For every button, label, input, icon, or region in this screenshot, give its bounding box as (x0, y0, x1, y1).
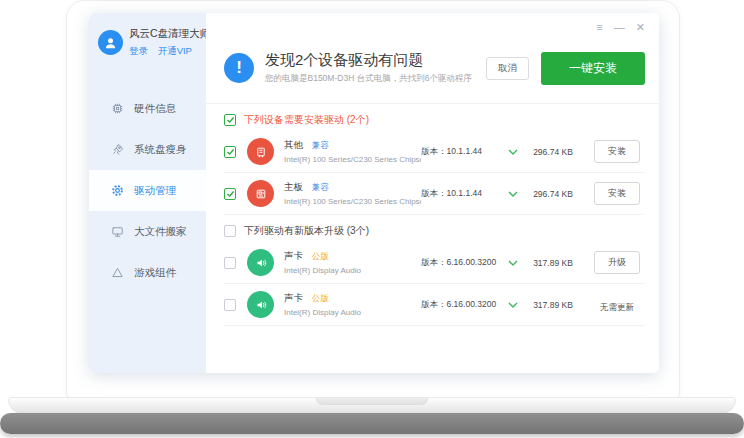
no-update-label: 无需更新 (600, 302, 634, 312)
game-icon (110, 265, 125, 280)
row-checkbox[interactable] (224, 257, 236, 269)
laptop-bottom-edge (0, 413, 744, 434)
window-controls: ≡ — ✕ (596, 22, 645, 33)
upgrade-button[interactable]: 升级 (594, 251, 640, 274)
check-icon (226, 148, 235, 156)
section-title: 下列驱动有新版本升级 (3个) (244, 224, 369, 238)
section-title: 下列设备需要安装驱动 (2个) (244, 113, 369, 127)
person-icon (103, 35, 118, 50)
chip-icon (110, 101, 125, 116)
rocket-icon (110, 142, 125, 157)
chevron-down-icon[interactable] (508, 302, 518, 308)
public-version-tag: 公版 (312, 251, 329, 261)
row-checkbox[interactable] (224, 188, 236, 200)
driver-size: 296.74 KB (527, 189, 579, 199)
sidebar-item-label: 硬件信息 (134, 102, 176, 116)
divider (206, 103, 659, 104)
driver-row-motherboard: 主板 兼容 Intel(R) 100 Series/C230 Series Ch… (224, 173, 645, 215)
driver-version: 版本：10.1.1.44 (421, 146, 501, 158)
app-window: 风云C盘清理大师 登录 开通VIP 硬件信息 (89, 13, 659, 373)
driver-row-audio-1: 声卡 公版 Intel(R) Display Audio 版本：6.16.00.… (224, 242, 645, 284)
monitor-icon (110, 224, 125, 239)
minimize-icon[interactable]: — (614, 22, 625, 33)
driver-list: 下列设备需要安装驱动 (2个) (206, 113, 659, 326)
driver-size: 317.89 KB (527, 258, 579, 268)
laptop-screen-bezel: 风云C盘清理大师 登录 开通VIP 硬件信息 (66, 0, 680, 398)
sidebar-item-label: 游戏组件 (134, 266, 176, 280)
laptop-notch (316, 398, 428, 405)
driver-size: 317.89 KB (527, 300, 579, 310)
sidebar-item-big-file-move[interactable]: 大文件搬家 (89, 211, 206, 252)
device-name: Intel(R) 100 Series/C230 Series Chipset … (284, 197, 421, 206)
section-install-checkbox[interactable] (224, 114, 236, 126)
speaker-icon (247, 291, 274, 318)
compat-tag: 兼容 (312, 182, 329, 192)
check-icon (226, 116, 235, 124)
compat-tag: 兼容 (312, 140, 329, 150)
sidebar-item-driver-manage[interactable]: 驱动管理 (89, 170, 206, 211)
sidebar-item-label: 系统盘瘦身 (134, 143, 187, 157)
laptop-mockup: 风云C盘清理大师 登录 开通VIP 硬件信息 (0, 0, 744, 438)
install-all-button[interactable]: 一键安装 (541, 52, 645, 85)
check-icon (226, 190, 235, 198)
sidebar-item-disk-slim[interactable]: 系统盘瘦身 (89, 129, 206, 170)
speaker-icon (247, 249, 274, 276)
sidebar-item-label: 驱动管理 (134, 184, 176, 198)
expansion-card-icon (247, 138, 274, 165)
app-title: 风云C盘清理大师 (129, 27, 210, 41)
driver-row-other: 其他 兼容 Intel(R) 100 Series/C230 Series Ch… (224, 131, 645, 173)
device-name: Intel(R) Display Audio (284, 266, 421, 275)
public-version-tag: 公版 (312, 293, 329, 303)
row-checkbox[interactable] (224, 299, 236, 311)
chevron-down-icon[interactable] (508, 149, 518, 155)
user-block: 风云C盘清理大师 登录 开通VIP (89, 13, 206, 58)
device-category: 主板 (284, 181, 303, 192)
avatar[interactable] (98, 30, 123, 55)
driver-size: 296.74 KB (527, 147, 579, 157)
driver-version: 版本：6.16.00.3200 (421, 299, 501, 311)
row-checkbox[interactable] (224, 146, 236, 158)
driver-alert: ! 发现2个设备驱动有问题 您的电脑是B150M-D3H 台式电脑，共找到6个驱… (224, 51, 645, 85)
sidebar: 风云C盘清理大师 登录 开通VIP 硬件信息 (89, 13, 206, 373)
vip-link[interactable]: 开通VIP (158, 45, 192, 56)
menu-icon[interactable]: ≡ (596, 22, 602, 33)
device-name: Intel(R) 100 Series/C230 Series Chipset … (284, 155, 421, 164)
gear-icon (110, 183, 125, 198)
cancel-button[interactable]: 取消 (486, 57, 529, 80)
section-upgrade-checkbox[interactable] (224, 225, 236, 237)
alert-subtitle: 您的电脑是B150M-D3H 台式电脑，共找到6个驱动程序 (265, 73, 472, 85)
device-category: 其他 (284, 139, 303, 150)
section-upgrade-header: 下列驱动有新版本升级 (3个) (224, 224, 645, 238)
chevron-down-icon[interactable] (508, 191, 518, 197)
install-button[interactable]: 安装 (594, 182, 640, 205)
warning-icon: ! (224, 53, 254, 83)
login-link[interactable]: 登录 (129, 45, 148, 56)
close-icon[interactable]: ✕ (636, 22, 645, 33)
device-category: 声卡 (284, 292, 303, 303)
device-category: 声卡 (284, 250, 303, 261)
alert-title: 发现2个设备驱动有问题 (265, 51, 472, 70)
driver-version: 版本：10.1.1.44 (421, 188, 501, 200)
sidebar-item-hardware-info[interactable]: 硬件信息 (89, 88, 206, 129)
device-name: Intel(R) Display Audio (284, 308, 421, 317)
install-button[interactable]: 安装 (594, 140, 640, 163)
sidebar-nav: 硬件信息 系统盘瘦身 (89, 88, 206, 293)
driver-version: 版本：6.16.00.3200 (421, 257, 501, 269)
sidebar-item-label: 大文件搬家 (134, 225, 187, 239)
motherboard-icon (247, 180, 274, 207)
driver-row-audio-2: 声卡 公版 Intel(R) Display Audio 版本：6.16.00.… (224, 284, 645, 326)
main-panel: ≡ — ✕ ! 发现2个设备驱动有问题 您的电脑是B150M-D3H 台式电脑，… (206, 13, 659, 373)
laptop-base (8, 397, 736, 414)
chevron-down-icon[interactable] (508, 260, 518, 266)
sidebar-item-game-components[interactable]: 游戏组件 (89, 252, 206, 293)
section-install-header: 下列设备需要安装驱动 (2个) (224, 113, 645, 127)
